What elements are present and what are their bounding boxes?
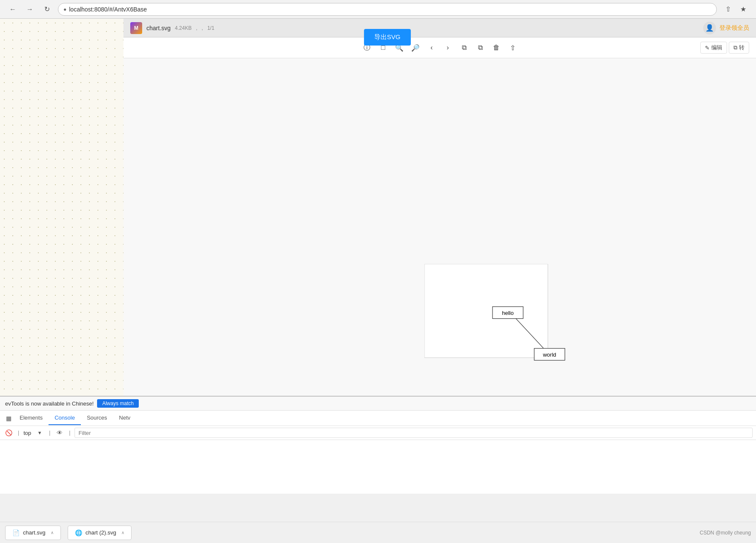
taskbar-item2-label: chart (2).svg	[86, 529, 116, 536]
reload-button[interactable]: ↻	[41, 3, 53, 15]
console-separator2: |	[49, 430, 50, 436]
taskbar-item2-chevron: ∧	[121, 530, 124, 535]
bookmark-button[interactable]: ★	[737, 3, 749, 15]
context-label: top	[23, 430, 31, 436]
forward-button[interactable]: →	[24, 3, 36, 15]
prev-button[interactable]: ‹	[425, 41, 438, 54]
svg-diagram-container: hello world	[424, 264, 578, 385]
lock-icon: ●	[63, 6, 66, 12]
viewer-page-info: 1/1	[207, 25, 215, 31]
devtools-undock-button[interactable]: ▦	[3, 413, 14, 423]
notification-text: evTools is now available in Chinese!	[5, 400, 94, 407]
svg-viewer-toolbar: ⓘ □ 🔍 🔎 ‹ › ⧉ ⧉ 🗑 ⇧ ✎ 编辑 ⧉ 转	[123, 37, 756, 58]
devtools-notification: evTools is now available in Chinese! Alw…	[0, 397, 756, 411]
svg-diagram: hello world	[424, 264, 578, 383]
toolbar-right-actions: ✎ 编辑 ⧉ 转	[700, 42, 749, 54]
devtools-console-bar: 🚫 | top ▼ | 👁 |	[0, 426, 756, 440]
next-button[interactable]: ›	[441, 41, 455, 54]
edit-button[interactable]: ✎ 编辑	[700, 42, 727, 54]
taskbar-item1-chevron: ∧	[51, 530, 54, 535]
console-separator3: |	[69, 430, 70, 436]
delete-button[interactable]: 🗑	[490, 41, 503, 54]
eye-button[interactable]: 👁	[54, 428, 65, 438]
taskbar-right: CSDN @molly cheung	[700, 530, 751, 536]
viewer-logo: M	[130, 22, 142, 34]
tab-console[interactable]: Console	[49, 411, 81, 425]
context-dropdown-button[interactable]: ▼	[34, 428, 45, 438]
viewer-filesize: 4.24KB	[175, 25, 192, 31]
viewer-header-right: 👤 登录领全员	[703, 22, 749, 34]
viewer-separator2: ,	[202, 25, 203, 31]
world-node-label: world	[542, 351, 556, 357]
devtools-panel: evTools is now available in Chinese! Alw…	[0, 396, 756, 494]
back-button[interactable]: ←	[7, 3, 19, 15]
svg-viewer-header-left: M chart.svg 4.24KB , , 1/1	[130, 22, 215, 34]
edit-label: 编辑	[711, 44, 722, 51]
share-nav-button[interactable]: ⇧	[722, 3, 734, 15]
tab-elements[interactable]: Elements	[14, 411, 49, 425]
hello-node-label: hello	[502, 309, 513, 316]
always-match-button[interactable]: Always match	[97, 399, 139, 408]
tab-network[interactable]: Netv	[113, 411, 137, 425]
svg-rect-0	[424, 264, 548, 357]
copy2-button[interactable]: ⧉	[473, 41, 487, 54]
zoom-out-button[interactable]: 🔎	[409, 41, 422, 54]
convert-button[interactable]: ⧉ 转	[729, 42, 749, 54]
svg-viewer-header: M chart.svg 4.24KB , , 1/1 👤 登录领全员	[123, 19, 756, 37]
taskbar-item-2[interactable]: 🌐 chart (2).svg ∧	[68, 526, 132, 540]
taskbar-right-label: CSDN @molly cheung	[700, 530, 751, 536]
convert-label: 转	[739, 44, 745, 51]
copy1-button[interactable]: ⧉	[457, 41, 471, 54]
share-button[interactable]: ⇧	[506, 41, 519, 54]
url-text: localhost:8080/#/AntvX6Base	[69, 6, 147, 13]
nav-right-icons: ⇧ ★	[722, 3, 749, 15]
devtools-tabs: ▦ Elements Console Sources Netv	[0, 411, 756, 426]
user-avatar: 👤	[703, 22, 716, 34]
browser-nav-bar: ← → ↻ ● localhost:8080/#/AntvX6Base ⇧ ★	[0, 0, 756, 19]
address-bar[interactable]: ● localhost:8080/#/AntvX6Base	[58, 3, 717, 16]
filter-input[interactable]	[74, 428, 753, 438]
viewer-filename: chart.svg	[146, 25, 171, 31]
taskbar: 📄 chart.svg ∧ 🌐 chart (2).svg ∧ CSDN @mo…	[0, 522, 756, 543]
browser-content: 导出SVG M chart.svg 4.24KB , , 1/1 👤 登录领全员…	[0, 19, 756, 494]
taskbar-item-1[interactable]: 📄 chart.svg ∧	[5, 526, 61, 540]
login-button[interactable]: 登录领全员	[719, 24, 749, 32]
edit-icon: ✎	[705, 45, 710, 51]
export-svg-button[interactable]: 导出SVG	[364, 29, 411, 46]
taskbar-item1-label: chart.svg	[23, 529, 46, 536]
console-separator1: |	[18, 430, 19, 436]
taskbar-item2-icon: 🌐	[75, 529, 82, 536]
tab-sources[interactable]: Sources	[81, 411, 113, 425]
viewer-separator1: ,	[196, 25, 197, 31]
convert-icon: ⧉	[733, 44, 737, 51]
taskbar-item1-icon: 📄	[12, 529, 20, 536]
console-clear-button[interactable]: 🚫	[3, 428, 14, 438]
